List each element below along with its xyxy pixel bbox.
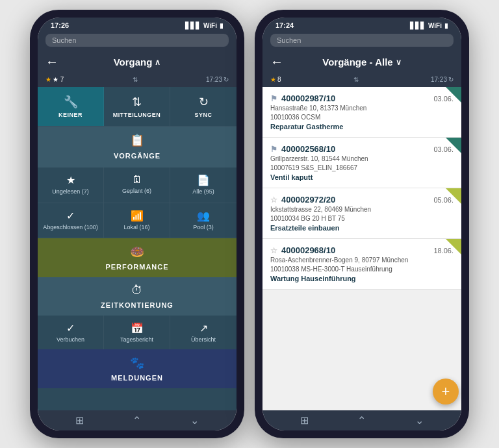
right-phone: 17:24 ▋▋▋ WiFi ▮ Suchen ← Vorgänge - All… [255, 10, 469, 438]
zeitkontierung-section: ⏱ ZEITKONTIERUNG [38, 277, 237, 316]
item1-address: Hansastraße 10, 81373 München [270, 105, 454, 112]
item2-address: Grillparzerstr. 10, 81544 München [270, 155, 454, 162]
item1-id: 400002987/10 [281, 93, 335, 103]
item4-id: 400002968/10 [281, 245, 335, 255]
right-toolbar-sync[interactable]: ⇅ [353, 76, 359, 83]
right-list-content: ⚑ 400002987/10 03.06. Hansastraße 10, 81… [262, 87, 461, 410]
item1-customer: 10010036 OCSM [270, 114, 454, 121]
menu-mitteilungen-label: MITTEILUNGEN [113, 112, 161, 118]
list-item[interactable]: ⚑ 400002987/10 03.06. Hansastraße 10, 81… [262, 87, 461, 138]
vorgaenge-section-header: 📋 VORGÄNGE [38, 127, 237, 168]
item3-id: 400002972/20 [281, 195, 335, 205]
mitteilungen-icon: ⇅ [132, 95, 142, 109]
item4-customer: 10010038 MS-HE-3000-T Hauseinführung [270, 266, 454, 273]
left-nav-title: Vorgang ∧ [114, 56, 161, 68]
left-phone: 17:26 ▋▋▋ WiFi ▮ Suchen ← Vorgang ∧ [30, 10, 244, 438]
list-item[interactable]: ⚑ 400002568/10 03.06. Grillparzerstr. 10… [262, 138, 461, 188]
zeit-tagesbericht[interactable]: 📅 Tagesbericht [104, 316, 170, 349]
right-signal: ▋▋▋ [410, 22, 426, 29]
overview-icon: ↗ [199, 322, 208, 334]
bottom-grid-icon[interactable]: ⊞ [300, 414, 309, 427]
menu-item-mitteilungen[interactable]: ⇅ MITTEILUNGEN [104, 87, 170, 126]
right-nav-bar: ← Vorgänge - Alle ∨ [262, 51, 461, 73]
meldungen-section[interactable]: 🐾 MELDUNGEN [38, 349, 237, 388]
right-nav-title: Vorgänge - Alle ∨ [322, 56, 401, 68]
right-bottom-nav: ⊞ ⌃ ⌄ [262, 410, 461, 430]
left-back-button[interactable]: ← [45, 55, 58, 69]
menu-item-sync[interactable]: ↻ SYNC [170, 87, 237, 126]
vorgaenge-abgeschlossen[interactable]: ✓ Abgeschlossen (100) [38, 203, 104, 239]
left-toolbar-time: 17:23 ↻ [206, 76, 229, 83]
left-toolbar-sync[interactable]: ⇅ [133, 76, 138, 83]
pool-label: Pool (3) [193, 224, 214, 232]
bottom-down-icon[interactable]: ⌄ [415, 414, 424, 427]
flag-icon: ⚑ [270, 94, 277, 103]
left-wifi-icon: WiFi [203, 22, 217, 29]
arrow-badge [446, 239, 461, 255]
left-content: 🔧 KEINER ⇅ MITTEILUNGEN ↻ SYNC 📋 VO [38, 87, 237, 410]
right-nav-chevron: ∨ [396, 58, 402, 67]
list-item[interactable]: ☆ 400002972/20 05.06. Ickstattstrasse 22… [262, 188, 461, 239]
left-signal: ▋▋▋ [185, 22, 201, 29]
vorgaenge-alle[interactable]: 📄 Alle (95) [170, 168, 237, 203]
performance-icon: 🍩 [130, 245, 144, 259]
calendar-icon: 🗓 [132, 174, 142, 186]
check-icon: ✓ [66, 210, 75, 222]
bottom-up-icon[interactable]: ⌃ [357, 414, 366, 427]
lokal-label: Lokal (16) [123, 224, 149, 232]
item4-address: Rosa-Aschenbrenner-Bogen 9, 80797 Münche… [270, 256, 454, 264]
menu-item-keiner[interactable]: 🔧 KEINER [38, 87, 104, 126]
signal-icon: 📶 [131, 210, 144, 222]
fab-add-button[interactable]: + [433, 379, 459, 404]
bottom-down-icon[interactable]: ⌄ [190, 414, 199, 427]
right-battery-icon: ▮ [444, 22, 448, 29]
flag-icon: ⚑ [270, 145, 277, 154]
item3-address: Ickstattstrasse 22, 80469 München [270, 206, 454, 213]
right-toolbar: ★ 8 ⇅ 17:23 ↻ [262, 73, 461, 87]
right-time: 17:24 [275, 21, 294, 29]
meldungen-icon: 🐾 [130, 356, 144, 370]
list-item[interactable]: ☆ 400002968/10 18.06. Rosa-Aschenbrenner… [262, 239, 461, 290]
item4-desc: Wartung Hauseinführung [270, 275, 454, 282]
vorgaenge-icon: 📋 [45, 133, 229, 147]
right-toolbar-star: ★ 8 [270, 76, 281, 83]
item2-desc: Ventil kaputt [270, 173, 454, 181]
bottom-up-icon[interactable]: ⌃ [133, 414, 141, 427]
item2-customer: 10007619 S&S_ELIN_186667 [270, 164, 454, 171]
doc-icon: 📄 [197, 174, 210, 186]
ubersicht-label: Übersicht [191, 336, 216, 343]
right-status-bar: 17:24 ▋▋▋ WiFi ▮ [262, 18, 461, 32]
left-status-bar: 17:26 ▋▋▋ WiFi ▮ [38, 18, 237, 32]
vorgaenge-lokal[interactable]: 📶 Lokal (16) [104, 203, 170, 239]
left-search-bar: Suchen [38, 32, 237, 51]
zeit-verbuchen[interactable]: ✓ Verbuchen [38, 316, 104, 349]
right-wifi-icon: WiFi [428, 22, 442, 29]
main-menu-row: 🔧 KEINER ⇅ MITTEILUNGEN ↻ SYNC [38, 87, 237, 127]
right-back-button[interactable]: ← [270, 55, 283, 69]
zeitkontierung-icon: ⏱ [131, 284, 143, 297]
performance-section[interactable]: 🍩 PERFORMANCE [38, 238, 237, 277]
vorgaenge-geplant[interactable]: 🗓 Geplant (6) [104, 168, 170, 203]
ungelesen-label: Ungelesen (7) [52, 188, 89, 196]
item3-desc: Ersatzteile einbauen [270, 224, 454, 232]
arrow-badge [446, 188, 461, 204]
arrow-badge [446, 138, 461, 153]
zeit-ubersicht[interactable]: ↗ Übersicht [170, 316, 237, 349]
item3-customer: 10010034 BG 20 H BT 75 [270, 215, 454, 222]
alle-label: Alle (95) [192, 188, 214, 196]
left-search-input[interactable]: Suchen [45, 34, 229, 47]
verbuchen-label: Verbuchen [57, 336, 84, 343]
right-search-input[interactable]: Suchen [270, 34, 454, 47]
bottom-grid-icon[interactable]: ⊞ [75, 414, 84, 427]
left-time: 17:26 [51, 21, 69, 29]
zeitkontierung-label: ZEITKONTIERUNG [101, 301, 173, 309]
sync-icon: ↻ [199, 95, 209, 109]
left-toolbar: ★ ★ 7 ⇅ 17:23 ↻ [38, 73, 237, 87]
vorgaenge-ungelesen[interactable]: ★ Ungelesen (7) [38, 168, 104, 203]
group-icon: 👥 [197, 210, 210, 222]
item1-desc: Reparatur Gastherme [270, 123, 454, 131]
zeit-grid: ✓ Verbuchen 📅 Tagesbericht ↗ Übersicht [38, 316, 237, 349]
right-toolbar-time: 17:23 ↻ [431, 76, 454, 83]
item2-id: 400002568/10 [281, 144, 335, 154]
vorgaenge-pool[interactable]: 👥 Pool (3) [170, 203, 237, 239]
